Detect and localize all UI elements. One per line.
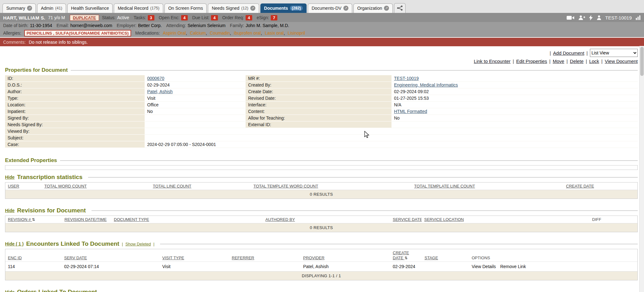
column-header-service-location[interactable]: SERVICE LOCATION: [422, 216, 590, 223]
property-row: Viewed By:: [5, 128, 638, 135]
video-camera-icon[interactable]: [567, 15, 575, 20]
lock-link[interactable]: Lock: [589, 59, 599, 64]
author-link[interactable]: Patel, Ashish: [147, 89, 173, 94]
esign-badge[interactable]: 7: [271, 15, 277, 20]
tab-label: Health Surveillance: [71, 6, 109, 11]
referrer-cell: [229, 262, 301, 271]
order-req-badge[interactable]: 4: [246, 15, 252, 20]
due-list-badge[interactable]: 4: [211, 15, 218, 20]
tab-medical-record[interactable]: Medical Record (175): [114, 3, 163, 13]
hide-encounters-link[interactable]: Hide ( 1 ): [5, 241, 24, 246]
column-header-total-template-line-count[interactable]: TOTAL TEMPLATE LINE COUNT: [412, 182, 564, 190]
person-icon[interactable]: [597, 15, 602, 20]
content-format-link[interactable]: HTML Formatted: [394, 109, 427, 114]
hide-transcription-link[interactable]: Hide: [5, 175, 14, 180]
quick-launch-button[interactable]: [394, 3, 406, 13]
hide-orders-link[interactable]: Hide: [5, 289, 14, 292]
medication-link[interactable]: Calcium: [190, 31, 206, 36]
popout-icon[interactable]: ↗: [384, 6, 389, 11]
separator: |: [122, 242, 123, 246]
separator: |: [566, 59, 568, 64]
transcription-section-header: Hide Transcription statistics: [5, 174, 638, 181]
popout-icon[interactable]: ↗: [343, 6, 348, 11]
move-link[interactable]: Move: [553, 59, 564, 64]
tab-documents[interactable]: Documents (282): [260, 3, 307, 13]
tab-on-screen-forms[interactable]: On Screen Forms: [164, 3, 207, 13]
separator: |: [549, 59, 551, 64]
delete-link[interactable]: Delete: [570, 59, 583, 64]
column-header-provider[interactable]: PROVIDER: [301, 254, 390, 261]
open-enc-badge[interactable]: 4: [181, 15, 188, 20]
property-value: No: [145, 108, 246, 115]
tab-organization[interactable]: Organization ↗: [353, 3, 393, 13]
document-action-links: Link to Encounter | Edit Properties | Mo…: [5, 59, 638, 64]
add-person-icon[interactable]: [578, 15, 585, 20]
column-header-enc-id[interactable]: ENC ID: [5, 254, 62, 261]
section-title: Encounters Linked To Document: [26, 240, 119, 247]
column-header-create-date[interactable]: CREATE DATE: [564, 182, 637, 190]
column-header-revision-datetime[interactable]: REVISION DATE/TIME: [62, 216, 111, 223]
created-by-link[interactable]: Engineering, Medical Informatics: [394, 82, 458, 87]
property-value: [145, 121, 246, 128]
tab-admin[interactable]: Admin (41): [37, 3, 66, 13]
property-label: Content:: [246, 108, 391, 115]
column-header-stage[interactable]: STAGE: [422, 254, 469, 261]
medication-link[interactable]: Lasix oral: [265, 31, 284, 36]
column-header-service-date[interactable]: SERVICE DATE: [390, 216, 422, 223]
property-label: ID:: [5, 75, 145, 82]
add-document-link[interactable]: Add Document: [553, 50, 584, 56]
allergies-bar: Allergies: PENICILLINS , SULFA(SULFONAMI…: [0, 29, 644, 37]
column-header-document-type[interactable]: DOCUMENT TYPE: [111, 216, 263, 223]
column-header-total-word-count[interactable]: TOTAL WORD COUNT: [42, 182, 150, 190]
view-mode-select[interactable]: List View: [590, 49, 638, 57]
mr-number-link[interactable]: TEST-10019: [394, 76, 419, 81]
view-details-link[interactable]: View Details: [472, 264, 496, 269]
column-header-total-line-count[interactable]: TOTAL LINE COUNT: [150, 182, 251, 190]
lightning-bolt-icon[interactable]: [589, 15, 593, 20]
property-row: Author: Patel, Ashish Create Date: 02-29…: [5, 88, 638, 95]
medication-link[interactable]: Lisinopril: [288, 31, 305, 36]
tab-health-surveillance[interactable]: Health Surveillance: [67, 3, 113, 13]
popout-icon[interactable]: ↗: [250, 6, 255, 11]
separator: |: [601, 59, 602, 64]
column-header-create-date[interactable]: CREATE DATE ⇅: [390, 249, 422, 261]
column-header-revision-number[interactable]: REVISION # ⇅: [5, 216, 62, 223]
vertical-scrollbar[interactable]: [639, 46, 644, 292]
tab-summary[interactable]: Summary ↗: [3, 3, 36, 13]
medication-link[interactable]: Aspirin Oral: [163, 31, 186, 36]
allergy-list[interactable]: PENICILLINS , SULFA(SULFONAMIDE ANTIBIOT…: [24, 30, 131, 36]
bar-chart-icon[interactable]: [636, 15, 641, 20]
column-header-serv-date[interactable]: SERV DATE: [62, 254, 160, 261]
property-label: Case:: [5, 141, 145, 148]
popout-icon[interactable]: ↗: [27, 6, 32, 11]
scrollbar-thumb[interactable]: [640, 47, 644, 76]
tab-count: (175): [150, 6, 159, 10]
tasks-badge[interactable]: 3: [148, 15, 154, 20]
property-label: D.O.S.:: [5, 82, 145, 88]
column-header-referrer[interactable]: REFERRER: [229, 254, 301, 261]
remove-link-link[interactable]: Remove Link: [500, 264, 526, 269]
link-to-encounter-link[interactable]: Link to Encounter: [474, 59, 511, 64]
open-enc-label: Open Enc:: [159, 15, 180, 20]
hide-revisions-link[interactable]: Hide: [5, 208, 14, 213]
document-id-link[interactable]: 0000670: [147, 76, 164, 81]
view-document-link[interactable]: View Document: [605, 59, 638, 64]
property-value: TEST-10019: [391, 75, 638, 82]
sort-icon: ⇅: [32, 217, 35, 222]
duplicate-flag[interactable]: DUPLICATE: [70, 15, 99, 21]
tab-needs-signed[interactable]: Needs Signed (12) ↗: [208, 3, 259, 13]
tab-documents-dv[interactable]: Documents-DV ↗: [308, 3, 352, 13]
medication-link[interactable]: ibuprofen oral: [234, 31, 261, 36]
medication-link[interactable]: Coumadin: [210, 31, 230, 36]
column-header-user[interactable]: USER: [5, 182, 42, 190]
tab-label: Needs Signed: [212, 6, 239, 11]
column-header-visit-type[interactable]: VISIT TYPE: [160, 254, 229, 261]
column-header-total-template-word-count[interactable]: TOTAL TEMPLATE WORD COUNT: [251, 182, 412, 190]
separator: |: [513, 59, 514, 64]
show-deleted-link[interactable]: Show Deleted: [125, 242, 151, 246]
paging-status: DISPLAYING 1-1 / 1: [5, 271, 637, 280]
edit-properties-link[interactable]: Edit Properties: [516, 59, 547, 64]
column-header-authored-by[interactable]: AUTHORED BY: [263, 216, 390, 223]
property-value: [391, 121, 638, 128]
section-title: Orders Linked To Document: [17, 289, 97, 292]
